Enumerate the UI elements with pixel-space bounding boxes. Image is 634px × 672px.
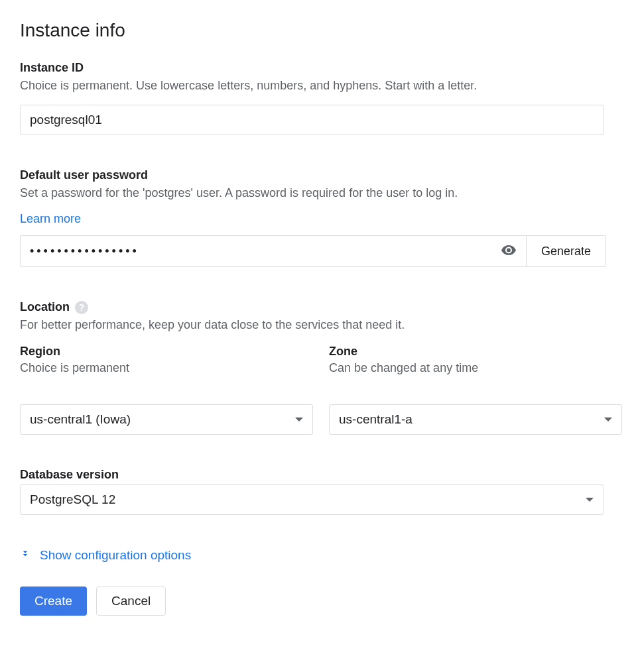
location-help: For better performance, keep your data c… — [20, 317, 614, 333]
db-version-label: Database version — [20, 468, 614, 482]
zone-label: Zone — [329, 345, 622, 359]
password-label: Default user password — [20, 168, 614, 182]
instance-id-section: Instance ID Choice is permanent. Use low… — [20, 61, 614, 135]
password-help: Set a password for the 'postgres' user. … — [20, 185, 614, 201]
db-version-select[interactable]: PostgreSQL 12 — [20, 484, 603, 515]
location-section: Location ? For better performance, keep … — [20, 300, 614, 434]
region-label: Region — [20, 345, 313, 359]
instance-id-help: Choice is permanent. Use lowercase lette… — [20, 78, 614, 94]
learn-more-link[interactable]: Learn more — [20, 212, 81, 226]
password-input[interactable] — [20, 235, 526, 267]
chevron-down-icon — [586, 498, 594, 502]
zone-help: Can be changed at any time — [329, 361, 622, 375]
region-value: us-central1 (Iowa) — [30, 412, 131, 427]
cancel-button[interactable]: Cancel — [96, 587, 166, 616]
chevron-down-icon — [295, 418, 303, 421]
zone-select[interactable]: us-central1-a — [329, 404, 622, 435]
show-config-label: Show configuration options — [40, 548, 191, 563]
instance-id-label: Instance ID — [20, 61, 614, 75]
password-section: Default user password Set a password for… — [20, 168, 614, 267]
db-version-value: PostgreSQL 12 — [30, 492, 115, 507]
location-label: Location ? — [20, 300, 614, 314]
location-label-text: Location — [20, 300, 70, 314]
create-button[interactable]: Create — [20, 587, 87, 616]
generate-button[interactable]: Generate — [526, 235, 606, 267]
button-row: Create Cancel — [20, 587, 614, 616]
zone-column: Zone Can be changed at any time us-centr… — [329, 345, 622, 435]
show-password-button[interactable] — [498, 240, 519, 263]
eye-icon — [501, 243, 517, 260]
zone-value: us-central1-a — [339, 412, 412, 427]
chevron-down-icon — [604, 418, 612, 421]
page-title: Instance info — [20, 20, 614, 41]
double-chevron-down-icon — [20, 548, 31, 563]
region-help: Choice is permanent — [20, 361, 313, 375]
region-column: Region Choice is permanent us-central1 (… — [20, 345, 313, 435]
region-select[interactable]: us-central1 (Iowa) — [20, 404, 313, 435]
show-config-toggle[interactable]: Show configuration options — [20, 548, 614, 563]
db-version-section: Database version PostgreSQL 12 — [20, 468, 614, 515]
instance-id-input[interactable] — [20, 105, 603, 135]
help-icon[interactable]: ? — [75, 301, 88, 314]
